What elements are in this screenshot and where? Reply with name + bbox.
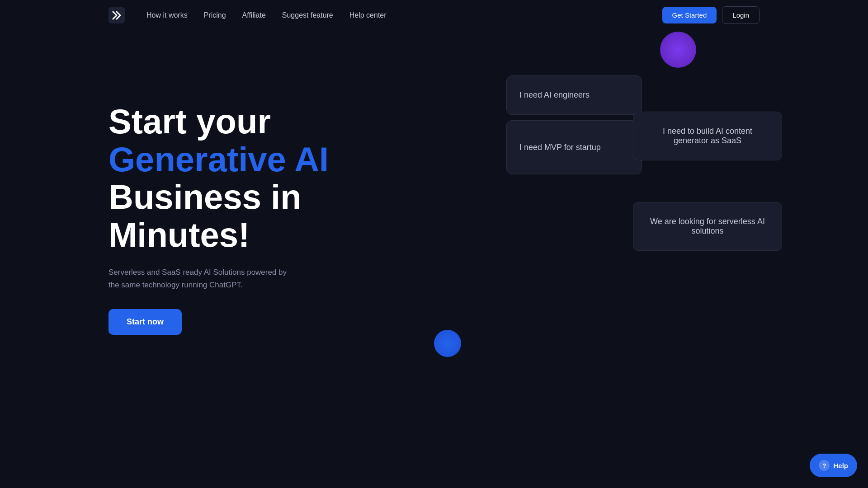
chat-card-mvp: I need MVP for startup <box>506 120 642 174</box>
chat-card-serverless-text: We are looking for serverless AI solutio… <box>650 217 765 235</box>
logo <box>108 7 125 23</box>
get-started-button[interactable]: Get Started <box>662 7 717 23</box>
hero-subtitle: Serverless and SaaS ready AI Solutions p… <box>108 266 289 291</box>
hero-title-line4: Minutes! <box>108 216 250 254</box>
nav-link-affiliate[interactable]: Affiliate <box>242 11 266 19</box>
hero-section: Start your Generative AI Business in Min… <box>0 30 868 362</box>
nav-item-pricing[interactable]: Pricing <box>204 11 226 19</box>
help-label: Help <box>833 462 848 469</box>
nav-item-help-center[interactable]: Help center <box>349 11 387 19</box>
chat-card-content-generator: I need to build AI content generator as … <box>633 112 782 160</box>
chat-card-serverless: We are looking for serverless AI solutio… <box>633 202 782 251</box>
nav-link-help-center[interactable]: Help center <box>349 11 387 19</box>
nav-item-how-it-works[interactable]: How it works <box>146 11 188 19</box>
hero-title-line1: Start your <box>108 102 271 141</box>
hero-title-line2: Generative AI <box>108 140 329 178</box>
chat-card-content-generator-text: I need to build AI content generator as … <box>663 127 752 145</box>
nav-left: How it works Pricing Affiliate Suggest f… <box>108 7 387 23</box>
login-button[interactable]: Login <box>722 6 760 24</box>
help-icon: ? <box>819 460 830 471</box>
hero-title: Start your Generative AI Business in Min… <box>108 103 329 253</box>
start-now-button[interactable]: Start now <box>108 309 182 335</box>
nav-item-suggest-feature[interactable]: Suggest feature <box>282 11 333 19</box>
nav-links: How it works Pricing Affiliate Suggest f… <box>146 11 387 19</box>
purple-blob-decoration <box>660 32 696 68</box>
nav-right: Get Started Login <box>662 6 760 24</box>
nav-link-suggest-feature[interactable]: Suggest feature <box>282 11 333 19</box>
help-button[interactable]: ? Help <box>810 454 857 477</box>
nav-link-pricing[interactable]: Pricing <box>204 11 226 19</box>
logo-icon <box>108 7 125 23</box>
blue-blob-decoration <box>434 330 461 357</box>
nav-item-affiliate[interactable]: Affiliate <box>242 11 266 19</box>
chat-cards-area: I need AI engineers I need MVP for start… <box>506 75 760 301</box>
hero-content: Start your Generative AI Business in Min… <box>108 84 329 335</box>
chat-card-ai-engineers-text: I need AI engineers <box>519 90 590 99</box>
nav-link-how-it-works[interactable]: How it works <box>146 11 188 19</box>
hero-title-line3: Business in <box>108 178 302 216</box>
navbar: How it works Pricing Affiliate Suggest f… <box>0 0 868 30</box>
chat-card-mvp-text: I need MVP for startup <box>519 143 601 152</box>
chat-card-ai-engineers: I need AI engineers <box>506 75 642 115</box>
